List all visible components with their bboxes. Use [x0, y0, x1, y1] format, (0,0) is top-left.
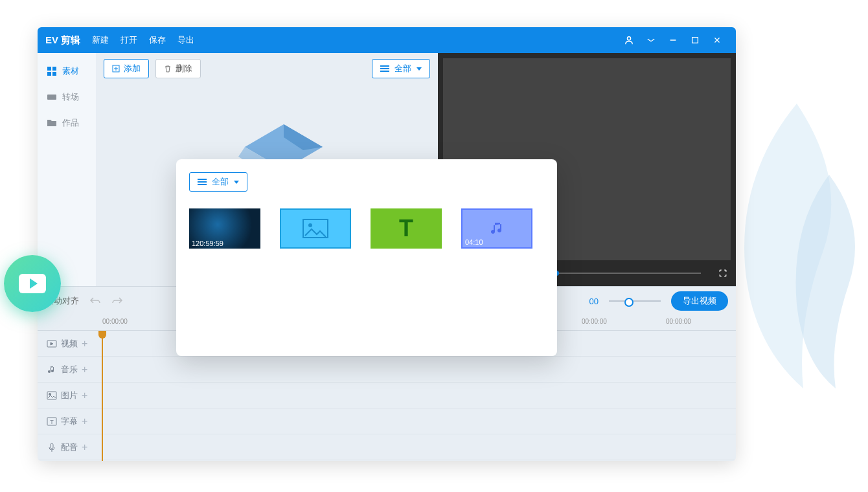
svg-text:T: T: [50, 419, 54, 425]
svg-point-18: [49, 393, 51, 395]
menu-export[interactable]: 导出: [177, 34, 194, 46]
image-track-icon: [47, 390, 57, 401]
media-picker-popup: 全部 120:59:59 T 04:10: [176, 159, 557, 356]
menu-icon[interactable]: [640, 27, 662, 53]
music-track-icon: [47, 364, 57, 375]
ruler-tick: 00:00:00: [102, 318, 128, 325]
track-add-icon[interactable]: +: [82, 442, 87, 453]
sidebar-item-label: 转场: [62, 91, 79, 103]
thumb-audio[interactable]: 04:10: [461, 208, 532, 249]
media-thumbnails: 120:59:59 T 04:10: [189, 208, 544, 249]
sidebar-item-label: 作品: [62, 117, 79, 129]
chevron-down-icon: [234, 181, 239, 184]
timeline-current-time: 00: [589, 296, 599, 306]
sidebar-item-works[interactable]: 作品: [38, 110, 96, 136]
thumb-image[interactable]: [280, 208, 351, 249]
maximize-icon[interactable]: [684, 27, 706, 53]
sidebar-item-transition[interactable]: 转场: [38, 84, 96, 110]
zoom-slider[interactable]: [609, 300, 661, 302]
svg-rect-2: [692, 38, 698, 43]
svg-rect-7: [47, 72, 51, 76]
svg-rect-9: [47, 95, 56, 100]
svg-rect-5: [47, 67, 51, 71]
subtitle-track-icon: T: [47, 416, 57, 427]
ruler-tick: 00:00:00: [582, 318, 607, 325]
minimize-icon[interactable]: [662, 27, 684, 53]
material-toolbar: 添加 删除 全部: [96, 53, 438, 84]
export-video-button[interactable]: 导出视频: [671, 291, 728, 311]
track-add-icon[interactable]: +: [82, 390, 87, 401]
track-music[interactable]: 音乐 +: [38, 357, 736, 383]
track-image[interactable]: 图片 +: [38, 383, 736, 408]
sidebar-item-material[interactable]: 素材: [38, 58, 96, 84]
voice-track-icon: [47, 442, 57, 453]
track-subtitle[interactable]: T 字幕 +: [38, 408, 736, 434]
svg-rect-8: [52, 72, 56, 76]
thumb-duration: 04:10: [465, 238, 483, 246]
folder-icon: [47, 118, 57, 128]
menu-open[interactable]: 打开: [120, 34, 137, 46]
menu-new[interactable]: 新建: [92, 34, 109, 46]
thumb-duration: 120:59:59: [192, 240, 223, 247]
track-add-icon[interactable]: +: [82, 416, 87, 427]
svg-point-23: [308, 223, 312, 227]
filter-dropdown[interactable]: 全部: [372, 59, 430, 78]
svg-rect-17: [47, 392, 56, 399]
app-badge-icon: [4, 255, 61, 312]
redo-icon[interactable]: [111, 295, 123, 307]
popup-filter-dropdown[interactable]: 全部: [189, 172, 247, 192]
thumb-video[interactable]: 120:59:59: [189, 208, 260, 249]
music-icon: [487, 219, 507, 238]
add-button[interactable]: 添加: [104, 59, 149, 78]
thumb-text[interactable]: T: [371, 208, 442, 249]
chevron-down-icon: [417, 67, 422, 71]
app-title: EV 剪辑: [45, 34, 80, 47]
image-icon: [303, 219, 328, 238]
svg-point-0: [627, 37, 630, 40]
transition-icon: [47, 92, 57, 102]
titlebar: EV 剪辑 新建 打开 保存 导出: [38, 27, 736, 53]
svg-rect-6: [52, 67, 56, 71]
list-icon: [380, 65, 389, 72]
track-add-icon[interactable]: +: [82, 364, 87, 375]
grid-icon: [47, 66, 57, 76]
delete-button[interactable]: 删除: [155, 59, 201, 78]
sidebar-item-label: 素材: [62, 65, 79, 77]
svg-rect-21: [51, 443, 53, 449]
user-icon[interactable]: [618, 27, 640, 53]
close-icon[interactable]: [706, 27, 728, 53]
undo-icon[interactable]: [89, 295, 101, 307]
track-add-icon[interactable]: +: [82, 338, 87, 350]
sidebar: 素材 转场 作品: [38, 53, 96, 286]
ruler-tick: 00:00:00: [666, 318, 691, 325]
track-voice[interactable]: 配音 +: [38, 434, 736, 460]
fullscreen-icon[interactable]: [716, 267, 729, 280]
menu-save[interactable]: 保存: [149, 34, 166, 46]
video-track-icon: [47, 339, 57, 349]
list-icon: [198, 179, 207, 185]
